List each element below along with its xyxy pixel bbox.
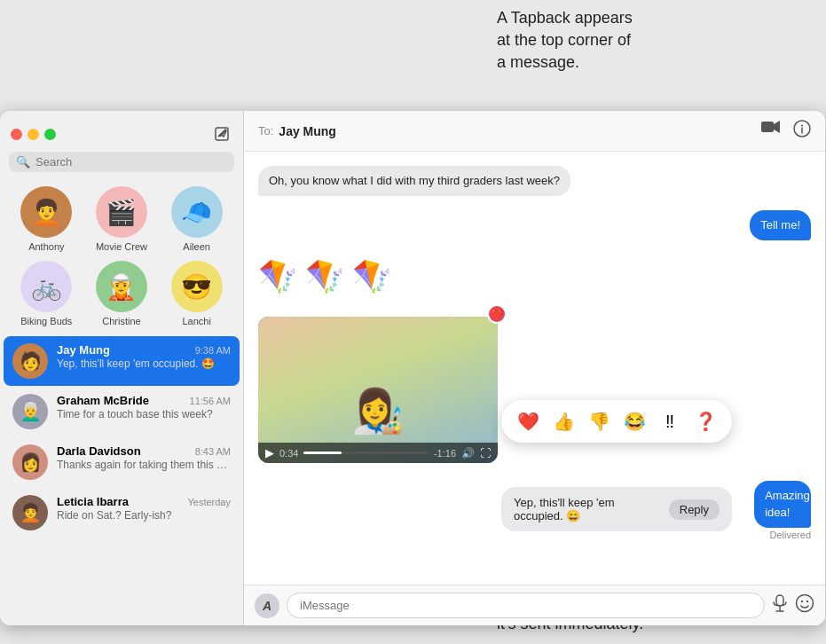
- tapback-heart[interactable]: ❤️: [514, 407, 542, 436]
- pinned-contacts-row2: 🚲 Biking Buds 🧝 Christine 😎 Lanchi: [0, 261, 243, 335]
- message-bubble-1: Oh, you know what I did with my third gr…: [258, 166, 570, 196]
- reply-preview-area: Yep, this'll keep 'em occupied. 😄 Reply: [501, 487, 732, 531]
- pinned-contact-movie[interactable]: 🎬 Movie Crew: [90, 186, 153, 252]
- conv-time-darla: 8:43 AM: [195, 446, 231, 457]
- video-person-emoji: 👩‍🎨: [351, 387, 405, 436]
- message-row-1: Oh, you know what I did with my third gr…: [258, 166, 811, 196]
- tapback-badge: ❤️: [487, 304, 507, 324]
- search-input[interactable]: [35, 155, 227, 169]
- avatar-aileen: 🧢: [171, 186, 223, 238]
- avatar-leticia: 🧑‍🦱: [12, 495, 48, 530]
- audio-button[interactable]: [772, 594, 788, 617]
- avatar-lanchi: 😎: [171, 261, 223, 312]
- conversation-darla-davidson[interactable]: 👩 Darla Davidson 8:43 AM Thanks again fo…: [4, 437, 240, 487]
- video-call-icon[interactable]: [761, 120, 781, 142]
- video-thumbnail: 👩‍🎨: [258, 317, 498, 463]
- conv-time-jay-mung: 9:38 AM: [195, 345, 231, 356]
- delivered-status: Delivered: [770, 530, 811, 540]
- conv-info-graham: Graham McBride 11:56 AM Time for a touch…: [57, 394, 231, 420]
- contact-name-movie: Movie Crew: [96, 241, 147, 252]
- titlebar: [0, 111, 243, 152]
- svg-point-8: [797, 595, 814, 612]
- kite-1: 🪁: [258, 258, 298, 295]
- pinned-contacts: 🧑‍🦱 Anthony 🎬 Movie Crew 🧢 Aileen: [0, 179, 243, 261]
- conversation-jay-mung[interactable]: 🧑 Jay Mung 9:38 AM Yep, this'll keep 'em…: [4, 336, 240, 386]
- message-bubble-2: Tell me!: [750, 210, 811, 240]
- volume-icon[interactable]: 🔊: [461, 447, 475, 459]
- conversation-graham-mcbride[interactable]: 👨‍🦳 Graham McBride 11:56 AM Time for a t…: [4, 387, 240, 436]
- conv-time-graham: 11:56 AM: [190, 396, 231, 406]
- contact-name-aileen: Aileen: [183, 241, 210, 252]
- to-label: To:: [258, 124, 273, 137]
- message-text-amazing: Amazing idea!: [765, 489, 810, 518]
- svg-point-3: [801, 125, 803, 127]
- reply-bubble: Yep, this'll keep 'em occupied. 😄 Reply: [501, 487, 732, 531]
- chat-header-icons: [761, 120, 811, 142]
- conv-info-leticia: Leticia Ibarra Yesterday Ride on Sat.? E…: [57, 495, 231, 522]
- contact-name-christine: Christine: [102, 316, 140, 326]
- messages-window: 🔍 🧑‍🦱 Anthony 🎬 Movie Crew 🧢 Aileen 🚲 Bi…: [0, 111, 825, 625]
- tapback-thumbsdown[interactable]: 👎: [585, 407, 613, 436]
- chat-recipient: Jay Mung: [279, 124, 336, 138]
- chat-header: To: Jay Mung: [244, 111, 825, 152]
- close-button[interactable]: [11, 129, 22, 140]
- tapback-popup: ❤️ 👍 👎 😂 ‼️ ❓: [501, 400, 732, 443]
- pinned-contact-lanchi[interactable]: 😎 Lanchi: [165, 261, 229, 326]
- conv-preview-darla: Thanks again for taking them this weeken…: [57, 459, 231, 471]
- tapback-haha[interactable]: 😂: [620, 407, 649, 436]
- maximize-button[interactable]: [44, 129, 56, 140]
- pinned-contact-anthony[interactable]: 🧑‍🦱 Anthony: [14, 186, 78, 252]
- svg-rect-1: [761, 122, 774, 132]
- fullscreen-icon[interactable]: ⛶: [480, 447, 491, 459]
- tapback-question[interactable]: ❓: [691, 407, 720, 436]
- conv-name-graham: Graham McBride: [57, 394, 149, 407]
- annotation-top: A Tapback appears at the top corner of a…: [497, 0, 816, 75]
- format-button[interactable]: A: [255, 593, 279, 618]
- message-text-1: Oh, you know what I did with my third gr…: [269, 174, 560, 187]
- contact-name-lanchi: Lanchi: [182, 316, 210, 326]
- search-icon: 🔍: [16, 155, 30, 169]
- conv-preview-leticia: Ride on Sat.? Early-ish?: [57, 509, 231, 522]
- traffic-lights: [11, 129, 56, 140]
- annotation-top-text: A Tapback appears at the top corner of a…: [497, 9, 633, 71]
- sidebar: 🔍 🧑‍🦱 Anthony 🎬 Movie Crew 🧢 Aileen 🚲 Bi…: [0, 111, 244, 625]
- conversation-list: 🧑 Jay Mung 9:38 AM Yep, this'll keep 'em…: [0, 335, 243, 625]
- svg-point-10: [806, 601, 808, 602]
- chat-input-area: A: [244, 585, 825, 625]
- conv-preview-graham: Time for a touch base this week?: [57, 408, 231, 420]
- video-time-remaining: -1:16: [434, 448, 456, 459]
- message-row-video: 👩‍🎨 ▶ 0:34 -1:16 🔊 ⛶: [258, 313, 811, 467]
- reply-preview-text: Yep, this'll keep 'em occupied. 😄: [514, 496, 662, 522]
- chat-to: To: Jay Mung: [258, 124, 336, 138]
- contact-name-biking: Biking Buds: [20, 316, 72, 326]
- contact-name-anthony: Anthony: [28, 241, 64, 252]
- pinned-contact-christine[interactable]: 🧝 Christine: [90, 261, 153, 326]
- message-row-kites: 🪁 🪁 🪁: [258, 255, 811, 299]
- message-row-2: Tell me!: [258, 210, 811, 240]
- tapback-exclamation[interactable]: ‼️: [656, 407, 684, 436]
- progress-bar[interactable]: [303, 452, 429, 454]
- svg-point-9: [801, 601, 803, 602]
- conversation-leticia-ibarra[interactable]: 🧑‍🦱 Leticia Ibarra Yesterday Ride on Sat…: [4, 488, 240, 538]
- avatar-movie: 🎬: [96, 186, 147, 238]
- conv-preview-jay-mung: Yep, this'll keep 'em occupied. 🤩: [57, 357, 231, 370]
- chat-messages: Oh, you know what I did with my third gr…: [244, 152, 825, 585]
- tapback-thumbsup[interactable]: 👍: [549, 407, 578, 436]
- pinned-contact-aileen[interactable]: 🧢 Aileen: [165, 186, 229, 252]
- svg-rect-5: [776, 595, 783, 606]
- pinned-contact-biking[interactable]: 🚲 Biking Buds: [14, 261, 78, 326]
- avatar-graham-mcbride: 👨‍🦳: [12, 394, 48, 429]
- compose-button[interactable]: [211, 123, 232, 145]
- search-bar: 🔍: [9, 152, 234, 172]
- play-button[interactable]: ▶: [265, 446, 274, 459]
- info-icon[interactable]: [793, 120, 811, 142]
- avatar-jay-mung: 🧑: [12, 343, 48, 379]
- conv-name-leticia: Leticia Ibarra: [57, 495, 129, 508]
- minimize-button[interactable]: [28, 129, 39, 140]
- reply-button[interactable]: Reply: [669, 499, 720, 520]
- emoji-button[interactable]: [795, 593, 814, 617]
- video-message[interactable]: 👩‍🎨 ▶ 0:34 -1:16 🔊 ⛶: [258, 317, 498, 463]
- video-time-played: 0:34: [279, 448, 298, 459]
- kite-2: 🪁: [305, 258, 345, 295]
- message-input[interactable]: [287, 593, 765, 618]
